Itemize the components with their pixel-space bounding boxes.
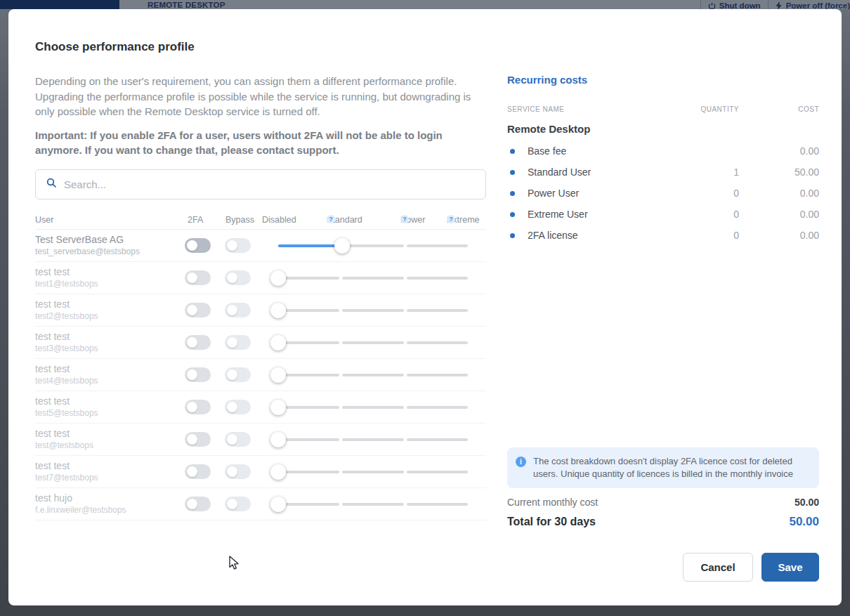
dialog-right-panel: Recurring costs SERVICE NAME QUANTITY CO… [507,40,819,605]
costs-items-list: Base fee 0.00 Standard User 1 50.00 Powe… [507,140,819,246]
power-icon [708,2,716,10]
slider-track [278,406,468,409]
2fa-toggle[interactable] [185,464,211,479]
slider-segment [342,341,403,344]
slider-knob[interactable] [270,497,286,512]
bolt-icon [776,1,783,9]
dialog-important-note: Important: If you enable 2FA for a user,… [35,128,486,158]
screen-backdrop: REMOTE DESKTOP Shut down Power off (fo [0,0,850,616]
user-email: test_serverbase@testsbops [35,247,140,256]
extreme-help-icon[interactable]: ? [447,215,455,223]
2fa-toggle[interactable] [185,335,211,350]
col-header-disabled: Disabled [262,215,296,225]
cost-item-quantity: 0 [697,230,739,241]
search-input[interactable] [64,178,476,190]
user-name: test test [35,460,70,471]
user-row: test test test4@testsbops [35,359,486,391]
standard-help-icon[interactable]: ? [327,215,335,223]
slider-knob[interactable] [270,270,286,286]
user-row: test test test7@testsbops [35,456,486,488]
slider-knob[interactable] [270,432,286,447]
toggle-knob [227,305,237,315]
2fa-toggle[interactable] [185,432,211,447]
slider-segment [278,406,339,409]
slider-knob[interactable] [270,335,286,350]
bypass-toggle[interactable] [225,367,251,382]
poweroff-force-button[interactable]: Power off (force) [776,1,850,9]
col-header-2fa: 2FA [188,215,203,225]
2fa-toggle[interactable] [185,400,211,414]
cost-breakdown-info-box: i The cost breakdown doesn't display 2FA… [507,447,819,488]
cost-item-cost: 0.00 [739,230,819,241]
col-header-user: User [35,215,53,225]
spacer [507,246,819,447]
bypass-toggle[interactable] [225,303,251,317]
slider-track [278,341,468,344]
bypass-toggle[interactable] [225,335,251,350]
bypass-toggle[interactable] [225,432,251,447]
slider-knob[interactable] [270,367,286,383]
current-monthly-cost-row: Current monthly cost 50.00 [507,497,819,508]
performance-profile-slider[interactable] [278,391,468,424]
shutdown-button[interactable]: Shut down [708,1,761,9]
divider [768,1,769,9]
performance-profile-slider[interactable] [278,424,468,456]
current-monthly-cost-label: Current monthly cost [507,497,598,508]
dialog-title: Choose performance profile [35,40,486,54]
current-monthly-cost-value: 50.00 [795,497,819,508]
slider-knob[interactable] [270,464,286,480]
toggle-knob [187,240,197,251]
toggle-knob [227,402,237,412]
2fa-toggle[interactable] [185,303,211,317]
total-value: 50.00 [789,515,819,529]
user-name: Test ServerBase AG [35,234,124,245]
user-email: test2@testsbops [35,311,98,321]
user-row: test hujo f.e.linxweiler@testsbops [35,488,486,520]
recurring-costs-title: Recurring costs [507,74,819,86]
performance-profile-slider[interactable] [278,294,468,327]
user-row: test test test@testsbops [35,424,486,456]
slider-knob[interactable] [270,400,286,415]
search-box[interactable] [35,169,486,199]
user-name: test test [35,266,70,277]
user-name: test test [35,428,70,439]
page-title-remote-desktop: REMOTE DESKTOP [148,1,225,9]
slider-knob[interactable] [270,303,286,318]
bypass-toggle[interactable] [225,270,251,285]
slider-knob[interactable] [334,238,350,254]
toggle-knob [187,305,197,315]
cost-item-quantity: 0 [697,188,739,199]
2fa-toggle[interactable] [185,367,211,382]
bypass-toggle[interactable] [225,497,251,511]
2fa-toggle[interactable] [185,270,211,285]
toggle-knob [227,499,237,509]
2fa-toggle[interactable] [185,238,211,253]
performance-profile-slider[interactable] [278,230,468,262]
toggle-knob [227,434,237,445]
slider-track [278,471,468,473]
bypass-toggle[interactable] [225,238,251,253]
power-help-icon[interactable]: ? [400,215,409,223]
performance-profile-slider[interactable] [278,456,468,488]
slider-segment [342,503,403,506]
slider-segment [407,471,468,473]
slider-segment [407,244,468,247]
2fa-toggle[interactable] [185,497,211,511]
bypass-toggle[interactable] [225,464,251,479]
performance-profile-slider[interactable] [278,488,468,520]
save-button[interactable]: Save [761,553,819,582]
slider-track [278,503,468,506]
slider-track [278,438,468,441]
cost-item-row: Standard User 1 50.00 [507,162,819,183]
cancel-button[interactable]: Cancel [683,553,753,582]
cost-item-name: Power User [507,188,697,199]
toggle-knob [187,499,197,509]
dialog-left-panel: Choose performance profile Depending on … [35,40,486,605]
slider-segment [407,374,468,376]
toggle-knob [227,337,237,348]
bypass-toggle[interactable] [225,400,251,414]
cost-item-cost: 50.00 [739,166,819,178]
performance-profile-slider[interactable] [278,359,468,391]
performance-profile-slider[interactable] [278,327,468,359]
performance-profile-slider[interactable] [278,262,468,294]
